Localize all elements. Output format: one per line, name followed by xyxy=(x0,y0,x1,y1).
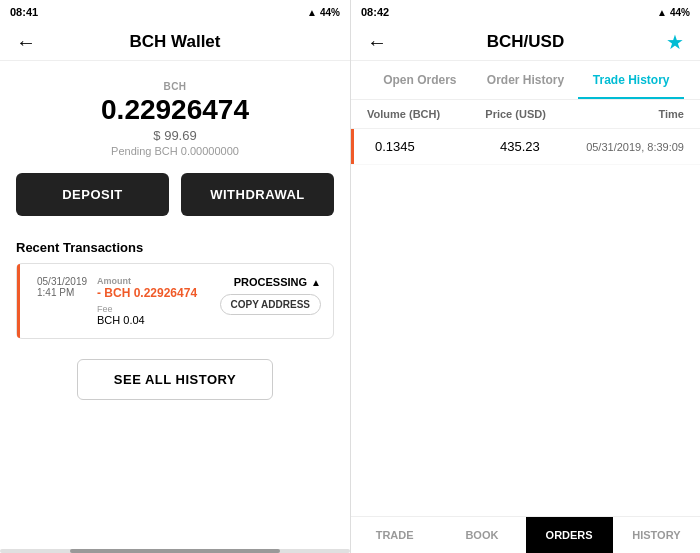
time-right: 08:42 xyxy=(361,6,389,18)
recent-transactions-label: Recent Transactions xyxy=(0,232,350,263)
back-button-right[interactable]: ← xyxy=(367,31,387,54)
transaction-item: 05/31/2019 1:41 PM Amount - BCH 0.229264… xyxy=(16,263,334,339)
status-icons-right: ▲ 44% xyxy=(657,7,690,18)
cell-volume: 0.1345 xyxy=(367,139,472,154)
copy-address-button[interactable]: COPY ADDRESS xyxy=(220,294,321,315)
transaction-details: Amount - BCH 0.22926474 Fee BCH 0.04 xyxy=(97,276,212,326)
status-text: PROCESSING xyxy=(234,276,307,288)
cell-price: 435.23 xyxy=(472,139,569,154)
left-panel: 08:41 ▲ 44% ← BCH Wallet BCH 0.22926474 … xyxy=(0,0,350,553)
action-buttons: DEPOSIT WITHDRAWAL xyxy=(0,173,350,232)
tabs-right: Open Orders Order History Trade History xyxy=(351,61,700,100)
nav-book[interactable]: BOOK xyxy=(438,517,525,553)
status-bar-left: 08:41 ▲ 44% xyxy=(0,0,350,24)
col-header-price: Price (USD) xyxy=(466,108,565,120)
tx-time-value: 1:41 PM xyxy=(37,287,74,298)
back-button-left[interactable]: ← xyxy=(16,31,36,54)
tx-date-value: 05/31/2019 xyxy=(37,276,87,287)
battery-icon-right: 44% xyxy=(670,7,690,18)
transaction-date: 05/31/2019 1:41 PM xyxy=(29,276,89,298)
transaction-bar xyxy=(17,264,20,338)
nav-history[interactable]: HISTORY xyxy=(613,517,700,553)
amount-value: - BCH 0.22926474 xyxy=(97,286,212,300)
bottom-bar-indicator xyxy=(70,549,280,553)
pending-amount: Pending BCH 0.00000000 xyxy=(16,145,334,157)
page-title-right: BCH/USD xyxy=(487,32,564,52)
col-header-time: Time xyxy=(565,108,684,120)
signal-icon: ▲ xyxy=(307,7,317,18)
battery-icon: 44% xyxy=(320,7,340,18)
header-left: ← BCH Wallet xyxy=(0,24,350,61)
page-title-left: BCH Wallet xyxy=(130,32,221,52)
right-panel: 08:42 ▲ 44% ← BCH/USD ★ Open Orders Orde… xyxy=(350,0,700,553)
table-body: 0.1345 435.23 05/31/2019, 8:39:09 xyxy=(351,129,700,553)
bottom-bar-left xyxy=(0,549,350,553)
cell-time: 05/31/2019, 8:39:09 xyxy=(568,141,684,153)
nav-trade[interactable]: TRADE xyxy=(351,517,438,553)
favorite-star-icon[interactable]: ★ xyxy=(666,30,684,54)
fee-value: BCH 0.04 xyxy=(97,314,212,326)
tab-open-orders[interactable]: Open Orders xyxy=(367,61,473,99)
transaction-right: PROCESSING ▲ COPY ADDRESS xyxy=(220,276,321,315)
table-header: Volume (BCH) Price (USD) Time xyxy=(351,100,700,129)
tab-trade-history[interactable]: Trade History xyxy=(578,61,684,99)
amount-label: Amount xyxy=(97,276,212,286)
bch-currency-label: BCH xyxy=(16,81,334,92)
row-bar xyxy=(351,129,354,164)
col-header-volume: Volume (BCH) xyxy=(367,108,466,120)
deposit-button[interactable]: DEPOSIT xyxy=(16,173,169,216)
status-icons-left: ▲ 44% xyxy=(307,7,340,18)
time-left: 08:41 xyxy=(10,6,38,18)
see-all-history-button[interactable]: SEE ALL HISTORY xyxy=(77,359,273,400)
transaction-status: PROCESSING ▲ xyxy=(234,276,321,288)
withdrawal-button[interactable]: WITHDRAWAL xyxy=(181,173,334,216)
bottom-nav: TRADE BOOK ORDERS HISTORY xyxy=(351,516,700,553)
wallet-info: BCH 0.22926474 $ 99.69 Pending BCH 0.000… xyxy=(0,61,350,173)
signal-icon-right: ▲ xyxy=(657,7,667,18)
header-right: ← BCH/USD ★ xyxy=(351,24,700,61)
nav-orders[interactable]: ORDERS xyxy=(526,517,613,553)
tab-order-history[interactable]: Order History xyxy=(473,61,579,99)
usd-amount: $ 99.69 xyxy=(16,128,334,143)
chevron-up-icon: ▲ xyxy=(311,277,321,288)
bch-amount: 0.22926474 xyxy=(16,94,334,126)
status-bar-right: 08:42 ▲ 44% xyxy=(351,0,700,24)
fee-label: Fee xyxy=(97,304,212,314)
table-row: 0.1345 435.23 05/31/2019, 8:39:09 xyxy=(351,129,700,165)
